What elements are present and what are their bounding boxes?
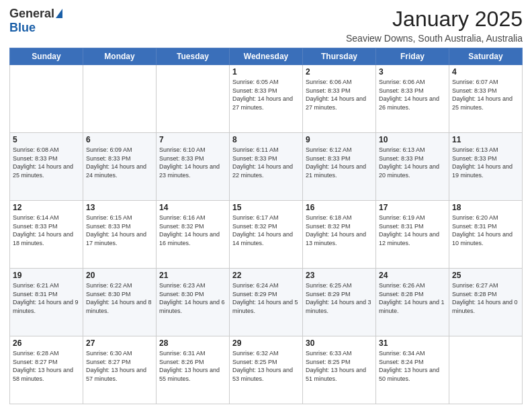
day-info: Sunrise: 6:22 AMSunset: 8:30 PMDaylight:… <box>86 281 153 315</box>
sunrise-text: Sunrise: 6:25 AM <box>306 281 373 290</box>
sunrise-text: Sunrise: 6:14 AM <box>13 214 80 222</box>
day-info: Sunrise: 6:20 AMSunset: 8:31 PMDaylight:… <box>452 214 519 247</box>
table-row: 7Sunrise: 6:10 AMSunset: 8:33 PMDaylight… <box>157 133 230 201</box>
sunset-text: Sunset: 8:33 PM <box>379 87 446 95</box>
sunrise-text: Sunrise: 6:06 AM <box>379 78 446 87</box>
day-number: 24 <box>379 271 446 280</box>
day-number: 14 <box>159 203 226 212</box>
logo-triangle-icon <box>56 9 62 18</box>
sunset-text: Sunset: 8:24 PM <box>379 358 446 367</box>
daylight-text: Daylight: 14 hours and 27 minutes. <box>232 95 300 111</box>
day-number: 25 <box>452 271 519 280</box>
day-number: 8 <box>232 135 300 144</box>
day-info: Sunrise: 6:11 AMSunset: 8:33 PMDaylight:… <box>232 146 300 179</box>
day-info: Sunrise: 6:08 AMSunset: 8:33 PMDaylight:… <box>13 146 80 179</box>
daylight-text: Daylight: 14 hours and 24 minutes. <box>86 163 153 179</box>
day-info: Sunrise: 6:19 AMSunset: 8:31 PMDaylight:… <box>379 214 446 247</box>
day-number: 21 <box>159 271 226 280</box>
daylight-text: Daylight: 14 hours and 9 minutes. <box>13 298 80 315</box>
daylight-text: Daylight: 14 hours and 19 minutes. <box>452 163 519 179</box>
table-row: 28Sunrise: 6:31 AMSunset: 8:26 PMDayligh… <box>157 336 230 404</box>
header-saturday: Saturday <box>449 48 523 65</box>
table-row: 16Sunrise: 6:18 AMSunset: 8:32 PMDayligh… <box>303 201 376 269</box>
day-number: 3 <box>379 67 446 77</box>
header-monday: Monday <box>83 48 157 65</box>
sunrise-text: Sunrise: 6:28 AM <box>13 349 80 358</box>
day-info: Sunrise: 6:07 AMSunset: 8:33 PMDaylight:… <box>452 78 519 111</box>
sunrise-text: Sunrise: 6:13 AM <box>379 146 446 154</box>
day-number: 11 <box>452 135 519 144</box>
sunset-text: Sunset: 8:26 PM <box>159 358 226 367</box>
sunrise-text: Sunrise: 6:12 AM <box>306 146 373 154</box>
day-number: 19 <box>13 271 80 280</box>
calendar-week-row: 12Sunrise: 6:14 AMSunset: 8:33 PMDayligh… <box>10 201 523 269</box>
page: General Blue January 2025 Seaview Downs,… <box>0 0 532 411</box>
sunset-text: Sunset: 8:25 PM <box>232 358 300 367</box>
day-info: Sunrise: 6:13 AMSunset: 8:33 PMDaylight:… <box>379 146 446 179</box>
table-row <box>449 336 523 404</box>
day-info: Sunrise: 6:32 AMSunset: 8:25 PMDaylight:… <box>232 349 300 383</box>
day-number: 15 <box>232 203 300 212</box>
table-row: 31Sunrise: 6:34 AMSunset: 8:24 PMDayligh… <box>376 336 449 404</box>
sunset-text: Sunset: 8:30 PM <box>159 290 226 299</box>
calendar-table: Sunday Monday Tuesday Wednesday Thursday… <box>9 48 523 404</box>
daylight-text: Daylight: 14 hours and 25 minutes. <box>452 95 519 111</box>
sunrise-text: Sunrise: 6:11 AM <box>232 146 300 154</box>
day-number: 13 <box>86 203 153 212</box>
sunset-text: Sunset: 8:33 PM <box>159 154 226 163</box>
header-sunday: Sunday <box>10 48 83 65</box>
sunset-text: Sunset: 8:32 PM <box>159 222 226 231</box>
sunset-text: Sunset: 8:28 PM <box>379 290 446 299</box>
sunset-text: Sunset: 8:33 PM <box>13 222 80 231</box>
daylight-text: Daylight: 14 hours and 22 minutes. <box>232 163 300 179</box>
day-info: Sunrise: 6:30 AMSunset: 8:27 PMDaylight:… <box>86 349 153 383</box>
daylight-text: Daylight: 14 hours and 17 minutes. <box>86 230 153 247</box>
daylight-text: Daylight: 14 hours and 26 minutes. <box>379 95 446 111</box>
table-row <box>83 65 157 133</box>
sunset-text: Sunset: 8:31 PM <box>452 222 519 231</box>
header-thursday: Thursday <box>303 48 376 65</box>
calendar-week-row: 1Sunrise: 6:05 AMSunset: 8:33 PMDaylight… <box>10 65 523 133</box>
sunrise-text: Sunrise: 6:18 AM <box>306 214 373 222</box>
day-number: 2 <box>306 67 373 77</box>
day-info: Sunrise: 6:21 AMSunset: 8:31 PMDaylight:… <box>13 281 80 315</box>
month-title: January 2025 <box>346 7 523 32</box>
table-row: 3Sunrise: 6:06 AMSunset: 8:33 PMDaylight… <box>376 65 449 133</box>
day-info: Sunrise: 6:17 AMSunset: 8:32 PMDaylight:… <box>232 214 300 247</box>
sunrise-text: Sunrise: 6:17 AM <box>232 214 300 222</box>
day-number: 10 <box>379 135 446 144</box>
table-row: 26Sunrise: 6:28 AMSunset: 8:27 PMDayligh… <box>10 336 83 404</box>
sunset-text: Sunset: 8:33 PM <box>452 154 519 163</box>
table-row: 14Sunrise: 6:16 AMSunset: 8:32 PMDayligh… <box>157 201 230 269</box>
header-wednesday: Wednesday <box>230 48 303 65</box>
sunset-text: Sunset: 8:27 PM <box>13 358 80 367</box>
daylight-text: Daylight: 14 hours and 27 minutes. <box>306 95 373 111</box>
day-info: Sunrise: 6:16 AMSunset: 8:32 PMDaylight:… <box>159 214 226 247</box>
day-number: 27 <box>86 338 153 348</box>
sunrise-text: Sunrise: 6:30 AM <box>86 349 153 358</box>
day-number: 17 <box>379 203 446 212</box>
day-info: Sunrise: 6:06 AMSunset: 8:33 PMDaylight:… <box>379 78 446 111</box>
table-row: 4Sunrise: 6:07 AMSunset: 8:33 PMDaylight… <box>449 65 523 133</box>
day-number: 28 <box>159 338 226 348</box>
sunset-text: Sunset: 8:33 PM <box>86 222 153 231</box>
sunrise-text: Sunrise: 6:23 AM <box>159 281 226 290</box>
sunrise-text: Sunrise: 6:22 AM <box>86 281 153 290</box>
sunrise-text: Sunrise: 6:09 AM <box>86 146 153 154</box>
daylight-text: Daylight: 13 hours and 50 minutes. <box>379 366 446 383</box>
sunset-text: Sunset: 8:29 PM <box>306 290 373 299</box>
daylight-text: Daylight: 14 hours and 3 minutes. <box>306 298 373 315</box>
logo-general-text: General <box>9 7 54 21</box>
day-info: Sunrise: 6:10 AMSunset: 8:33 PMDaylight:… <box>159 146 226 179</box>
sunset-text: Sunset: 8:33 PM <box>13 154 80 163</box>
table-row: 27Sunrise: 6:30 AMSunset: 8:27 PMDayligh… <box>83 336 157 404</box>
daylight-text: Daylight: 14 hours and 23 minutes. <box>159 163 226 179</box>
table-row: 24Sunrise: 6:26 AMSunset: 8:28 PMDayligh… <box>376 269 449 336</box>
table-row: 8Sunrise: 6:11 AMSunset: 8:33 PMDaylight… <box>230 133 303 201</box>
table-row: 22Sunrise: 6:24 AMSunset: 8:29 PMDayligh… <box>230 269 303 336</box>
sunset-text: Sunset: 8:33 PM <box>306 87 373 95</box>
day-number: 7 <box>159 135 226 144</box>
table-row: 18Sunrise: 6:20 AMSunset: 8:31 PMDayligh… <box>449 201 523 269</box>
daylight-text: Daylight: 14 hours and 1 minute. <box>379 298 446 315</box>
table-row <box>157 65 230 133</box>
